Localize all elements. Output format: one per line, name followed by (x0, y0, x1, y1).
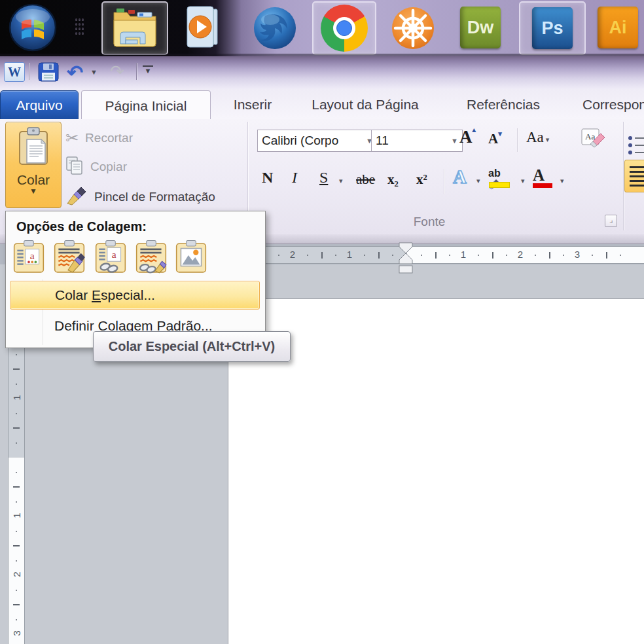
undo-button[interactable]: ↶ ▼ (67, 60, 98, 84)
menu-item-colar-especial[interactable]: Colar Especial... (10, 281, 260, 310)
subscript-button[interactable]: x₂ (387, 171, 399, 188)
font-name-combo[interactable]: Calibri (Corpo ▼ (257, 130, 378, 152)
customize-qat-button[interactable]: ▼ (143, 65, 153, 73)
shrink-font-button[interactable]: A▾ (488, 131, 498, 147)
h-ruler-tick (321, 252, 323, 259)
bullets-button[interactable] (628, 136, 644, 158)
screen: Dw Ps Ai W (0, 0, 644, 644)
taskbar-item-firefox[interactable] (252, 5, 298, 54)
v-ruler-tick (16, 413, 17, 414)
h-ruler-number: 3 (575, 249, 580, 260)
underline-dropdown-arrow[interactable]: ▾ (339, 177, 343, 185)
font-color-dropdown-arrow[interactable]: ▾ (560, 177, 564, 185)
change-case-button[interactable]: Aa▾ (526, 129, 549, 146)
paste-option-merge-formatting[interactable] (53, 239, 86, 274)
h-ruler-tick (606, 252, 607, 259)
h-ruler-tick (435, 252, 437, 259)
paste-dropdown-menu: Opções de Colagem: a (5, 211, 266, 348)
tab-referencias[interactable]: Referências (453, 90, 554, 119)
highlight-dropdown-arrow[interactable]: ▾ (521, 177, 525, 185)
paste-option-merge-and-link[interactable] (135, 239, 168, 274)
paste-options-header: Opções de Colagem: (16, 219, 147, 234)
h-ruler-number: 2 (518, 249, 523, 260)
undo-dropdown-arrow[interactable]: ▼ (90, 68, 98, 76)
v-ruler-number: 1 (11, 510, 22, 521)
v-ruler-tick (16, 384, 17, 385)
italic-button[interactable]: I (292, 169, 297, 187)
v-ruler-tick (13, 427, 20, 429)
format-painter-button[interactable]: Pincel de Formatação (65, 186, 215, 208)
text-effects-dropdown-arrow[interactable]: ▾ (476, 177, 480, 185)
v-ruler-tick (13, 486, 20, 488)
taskbar-item-chrome[interactable] (312, 1, 376, 55)
h-ruler-tick (492, 252, 493, 259)
illustrator-icon: Ai (609, 18, 627, 38)
taskbar-item-helm[interactable] (390, 5, 436, 54)
tab-inserir[interactable]: Inserir (217, 90, 288, 119)
v-ruler-number: 3 (11, 628, 22, 639)
font-size-combo[interactable]: 11 ▼ (371, 130, 463, 152)
small-divider (517, 128, 518, 152)
copy-icon (65, 156, 84, 179)
underline-button[interactable]: S (319, 169, 328, 187)
left-indent-marker (399, 266, 412, 273)
grow-font-button[interactable]: A▴ (459, 127, 473, 147)
copy-button: Copiar (65, 156, 127, 178)
paste-option-picture[interactable] (175, 239, 207, 274)
h-ruler-number: 1 (347, 249, 352, 260)
h-ruler-tick (535, 255, 536, 256)
taskbar-item-dreamweaver[interactable]: Dw (460, 7, 501, 48)
taskbar-item-explorer[interactable] (101, 1, 168, 55)
chevron-down-icon: ▼ (143, 68, 153, 73)
tab-layout-da-pagina[interactable]: Layout da Página (296, 90, 435, 119)
font-dialog-launcher[interactable]: ⌟ (605, 215, 617, 227)
taskbar-item-illustrator[interactable]: Ai (598, 7, 638, 48)
indent-markers[interactable] (397, 242, 414, 274)
first-line-indent-marker (399, 243, 412, 253)
clear-formatting-button[interactable]: Aa (580, 127, 606, 153)
arrow-down-icon: ▾ (498, 130, 502, 138)
superscript-button[interactable]: x² (416, 171, 427, 188)
paste-as-picture-icon (175, 265, 207, 276)
windows-logo-icon (8, 3, 58, 55)
paste-split-button[interactable]: Colar ▼ (5, 122, 62, 208)
tab-arquivo[interactable]: Arquivo (0, 90, 79, 120)
h-ruler-tick (620, 255, 621, 256)
align-justify-button[interactable] (624, 160, 644, 192)
paste-option-keep-source-and-link[interactable]: a (94, 239, 127, 274)
h-ruler-tick (478, 255, 479, 256)
chevron-down-icon: ▾ (546, 135, 550, 143)
merge-formatting-icon (53, 265, 86, 276)
font-color-button[interactable]: A (533, 166, 555, 185)
ribbon-tab-row: Arquivo Página Inicial Inserir Layout da… (0, 89, 644, 119)
v-ruler-tick (13, 368, 20, 370)
v-ruler-number: 1 (11, 393, 22, 403)
text-effects-button[interactable]: A (453, 166, 467, 188)
tab-pagina-inicial[interactable]: Página Inicial (81, 90, 211, 121)
highlight-color-bar (489, 182, 510, 188)
paste-option-keep-source-formatting[interactable]: a (12, 239, 45, 274)
photoshop-icon: Ps (532, 7, 573, 49)
taskbar-grip[interactable] (75, 17, 85, 35)
windows-start-button[interactable] (8, 3, 58, 55)
word-app-icon[interactable]: W (4, 62, 25, 82)
scissors-icon: ✂ (65, 129, 79, 147)
taskbar-item-photoshop[interactable]: Ps (519, 1, 586, 55)
taskbar-item-media-player[interactable] (185, 5, 226, 51)
save-button[interactable] (38, 62, 59, 84)
highlight-button[interactable]: ab (488, 168, 513, 191)
paste-dropdown-arrow[interactable]: ▼ (29, 188, 37, 194)
chevron-down-icon[interactable]: ▼ (451, 137, 458, 145)
v-ruler-tick (16, 472, 17, 473)
bullet-dot-icon (628, 143, 632, 147)
tab-correspondencias[interactable]: Correspondências (576, 90, 644, 119)
clear-formatting-icon: Aa (580, 141, 606, 152)
redo-button[interactable]: ↷ (110, 59, 132, 82)
bold-button[interactable]: N (262, 169, 273, 187)
title-bar: W ↶ ▼ ↷ (0, 56, 644, 89)
vertical-ruler[interactable]: 1123 (8, 298, 25, 644)
strikethrough-button[interactable]: abe (356, 171, 375, 188)
v-ruler-tick (16, 354, 17, 355)
h-ruler-tick (364, 255, 365, 256)
v-ruler-tick (13, 545, 20, 546)
